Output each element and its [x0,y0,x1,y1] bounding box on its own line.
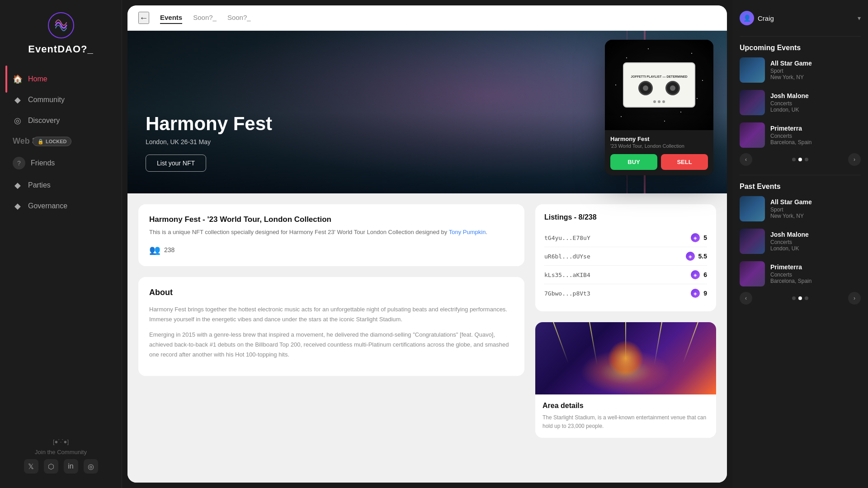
sidebar-nav: 🏠 Home ◆ Community ◎ Discovery Web 3.0 🔒… [0,70,122,431]
tab-soon2[interactable]: Soon?_ [227,12,251,24]
area-card: Area details The Starlight Stadium, is a… [535,322,716,438]
past-allstar-cat: Sport [770,206,861,213]
past-event-prima[interactable]: Primeterra Concerts Barcelona, Spain [740,258,861,290]
tab-soon1[interactable]: Soon?_ [193,12,217,24]
hero-banner: Harmony Fest London, UK 26-31 May List y… [127,31,727,193]
members-icon: 👥 [149,244,160,255]
divider-1 [740,36,861,37]
chevron-down-icon[interactable]: ▾ [858,14,861,22]
back-button[interactable]: ← [138,12,149,24]
hero-content: Harmony Fest London, UK 26-31 May List y… [146,113,272,172]
community-bot-emoji: [●´·`●] [11,438,111,445]
sidebar-item-parties[interactable]: ◆ Parties [5,176,116,195]
past-section-title: Past Events [740,183,861,191]
sell-button[interactable]: SELL [661,154,708,170]
listing-price-2: 5.5 [698,253,707,260]
cassette-dot2 [658,100,660,103]
upcoming-section-title: Upcoming Events [740,44,861,52]
past-prev-button[interactable]: ‹ [740,292,752,305]
event-thumb-prima-up [740,122,765,148]
past-event-allstar[interactable]: All Star Game Sport New York, NY [740,192,861,225]
past-josh-info: Josh Malone Concerts London, UK [770,231,861,252]
past-dots [792,295,808,302]
event-info-desc: This is a unique NFT collection speciall… [149,228,514,237]
upcoming-next-button[interactable]: › [848,153,861,166]
discord-icon[interactable]: ⬡ [44,459,58,474]
listing-hash-4: 7Gbwo...p8Vt3 [544,290,590,297]
sidebar-item-home[interactable]: 🏠 Home [5,70,116,89]
user-info: 👤 Craig [740,11,774,25]
join-community-label: Join the Community [11,449,111,455]
buy-button[interactable]: BUY [610,154,657,170]
active-indicator [5,66,7,93]
past-allstar-title: All Star Game [770,198,861,206]
past-event-josh[interactable]: Josh Malone Concerts London, UK [740,225,861,258]
cassette-reel-left [638,81,653,95]
cassette-dot1 [653,100,656,103]
past-prima-loc: Barcelona, Spain [770,278,861,284]
hero-title: Harmony Fest [146,113,272,135]
cassette: JOFFETTI PLAYLIST — DETERMINED [623,62,695,108]
listing-row-3: kLs35...aKIB4 ◈ 6 [544,266,707,284]
past-next-button[interactable]: › [848,292,861,305]
upcoming-josh-cat: Concerts [770,100,861,107]
upcoming-event-josh[interactable]: Josh Malone Concerts London, UK [740,86,861,119]
linkedin-icon[interactable]: in [64,459,78,474]
past-carousel-nav: ‹ › [740,290,861,306]
upcoming-allstar-title: All Star Game [770,60,861,67]
listing-hash-2: uR6bl...dUYse [544,253,590,260]
sidebar-bottom: [●´·`●] Join the Community 𝕏 ⬡ in ◎ [0,431,122,481]
upcoming-dot-3 [805,158,808,161]
upcoming-prima-title: Primeterra [770,125,861,132]
upcoming-event-allstar[interactable]: All Star Game Sport New York, NY [740,54,861,86]
sidebar-item-discovery[interactable]: ◎ Discovery [5,111,116,130]
event-thumb-allstar-up [740,57,765,83]
reel-inner-right [670,85,675,91]
event-thumb-prima-past [740,261,765,286]
listing-price-icon-3: ◈ [691,270,700,279]
twitter-icon[interactable]: 𝕏 [24,459,38,474]
upcoming-event-prima[interactable]: Primeterra Concerts Barcelona, Spain [740,119,861,151]
listing-right-3: ◈ 6 [691,270,707,279]
sidebar-item-governance[interactable]: ◆ Governance [5,197,116,216]
thumb-josh-past-bg [740,229,765,254]
members-count: 238 [164,246,175,253]
nft-card-image: JOFFETTI PLAYLIST — DETERMINED [605,40,713,130]
upcoming-prima-cat: Concerts [770,133,861,139]
upcoming-dot-2 [798,158,802,161]
area-center-light [608,340,644,376]
listings-title: Listings - 8/238 [544,213,707,221]
lock-icon: 🔒 [38,138,44,144]
listing-price-4: 9 [703,290,707,297]
event-thumb-allstar-past [740,196,765,221]
past-dot-2 [798,296,802,300]
past-allstar-loc: New York, NY [770,213,861,219]
nft-card-title: Harmony Fest [610,136,708,142]
listing-price-icon-2: ◈ [686,252,695,261]
tab-events[interactable]: Events [160,12,182,24]
thumb-allstar-past-bg [740,196,765,221]
sidebar-item-web3[interactable]: Web 3.0 🔒 LOCKED [5,132,116,150]
about-title: About [149,288,514,297]
app-logo-text: EventDAO?_ [28,43,93,55]
upcoming-carousel-nav: ‹ › [740,151,861,168]
designer-link[interactable]: Tony Pumpkin [449,229,486,235]
cassette-bottom-dots [653,100,665,103]
listing-row-2: uR6bl...dUYse ◈ 5.5 [544,247,707,266]
sidebar-item-friends[interactable]: ? Friends [5,152,116,174]
listing-hash-3: kLs35...aKIB4 [544,272,590,278]
about-section: About Harmony Fest brings together the h… [138,277,524,376]
sidebar-item-community[interactable]: ◆ Community [5,90,116,109]
upcoming-prev-button[interactable]: ‹ [740,153,752,166]
past-allstar-info: All Star Game Sport New York, NY [770,198,861,219]
instagram-icon[interactable]: ◎ [84,459,98,474]
listing-price-3: 6 [703,271,707,278]
content-section: Harmony Fest - '23 World Tour, London Co… [127,193,727,449]
app-logo-icon [47,11,75,40]
past-prima-cat: Concerts [770,272,861,278]
past-prima-title: Primeterra [770,263,861,271]
upcoming-allstar-cat: Sport [770,68,861,74]
main-header: ← Events Soon?_ Soon?_ [127,5,727,31]
main-body: Harmony Fest London, UK 26-31 May List y… [127,31,727,483]
list-nft-button[interactable]: List your NFT [146,155,206,172]
